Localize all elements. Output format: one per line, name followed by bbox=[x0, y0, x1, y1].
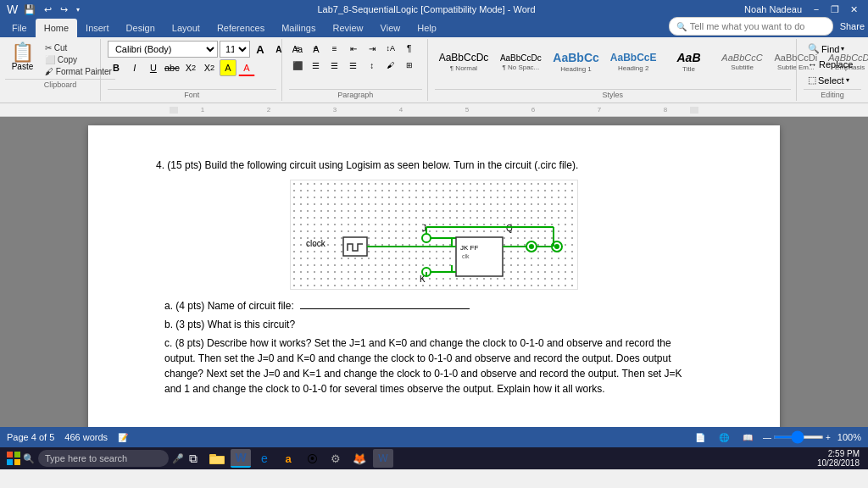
word-doc-taskbar-icon[interactable]: W bbox=[373, 449, 393, 468]
line-spacing-button[interactable]: ↕ bbox=[364, 58, 381, 73]
tab-file[interactable]: File bbox=[3, 19, 36, 37]
search-input[interactable] bbox=[38, 450, 169, 467]
qa-undo-icon[interactable]: ↩ bbox=[42, 3, 54, 16]
strikethrough-button[interactable]: abc bbox=[164, 59, 181, 76]
tab-help[interactable]: Help bbox=[409, 19, 445, 37]
chrome-taskbar-icon[interactable]: ⦿ bbox=[302, 449, 322, 468]
font-name-select[interactable]: Calibri (Body) bbox=[108, 41, 218, 58]
style-subtitle[interactable]: AaBbCcC Subtitle bbox=[717, 41, 768, 83]
underline-button[interactable]: U bbox=[145, 59, 162, 76]
decrease-indent-button[interactable]: ⇤ bbox=[345, 41, 362, 56]
sort-button[interactable]: ↕A bbox=[382, 41, 399, 56]
numbering-button[interactable]: ≡ bbox=[308, 41, 325, 56]
edge-taskbar-icon[interactable]: e bbox=[254, 449, 275, 468]
view-read-icon[interactable]: 📖 bbox=[739, 431, 756, 444]
minimize-button[interactable]: − bbox=[809, 3, 824, 16]
sub-item-b: b. (3 pts) What is this circuit? bbox=[164, 317, 712, 332]
firefox-taskbar-icon[interactable]: 🦊 bbox=[349, 449, 370, 468]
tab-references[interactable]: References bbox=[209, 19, 273, 37]
svg-text:clk: clk bbox=[462, 253, 470, 259]
tab-insert[interactable]: Insert bbox=[77, 19, 118, 37]
status-bar: Page 4 of 5 466 words 📝 📄 🌐 📖 — + 100% bbox=[0, 427, 868, 447]
svg-text:clock: clock bbox=[306, 239, 326, 248]
sub-item-c: c. (8 pts) Describe how it works? Set th… bbox=[164, 336, 690, 396]
style-heading2[interactable]: AaBbCcE Heading 2 bbox=[606, 41, 661, 83]
show-marks-button[interactable]: ¶ bbox=[401, 41, 418, 56]
qa-customize-icon[interactable]: ▾ bbox=[74, 5, 82, 14]
multilevel-button[interactable]: ≡ bbox=[326, 41, 343, 56]
word-taskbar-icon[interactable]: W bbox=[231, 449, 251, 468]
highlight-button[interactable]: A bbox=[220, 59, 236, 76]
bullets-button[interactable]: ≡ bbox=[289, 41, 306, 56]
italic-button[interactable]: I bbox=[126, 59, 143, 76]
increase-indent-button[interactable]: ⇥ bbox=[364, 41, 381, 56]
tab-layout[interactable]: Layout bbox=[164, 19, 209, 37]
font-label: Font bbox=[108, 89, 276, 99]
superscript-button[interactable]: X2 bbox=[201, 59, 218, 76]
restore-button[interactable]: ❐ bbox=[827, 3, 843, 16]
zoom-range[interactable] bbox=[773, 435, 824, 439]
sub-text-b: (3 pts) What is this circuit? bbox=[175, 319, 295, 330]
ribbon-tab-bar: File Home Insert Design Layout Reference… bbox=[0, 19, 868, 37]
sub-label-c: c. bbox=[164, 337, 172, 349]
amazon-taskbar-icon[interactable]: a bbox=[278, 449, 298, 468]
paste-button[interactable]: 📋 Paste bbox=[5, 41, 40, 74]
align-center-button[interactable]: ☰ bbox=[308, 58, 325, 73]
editing-group: 🔍 Find ▾ ↔ Replace ⬚ Select ▾ Editing bbox=[798, 39, 866, 101]
view-web-icon[interactable]: 🌐 bbox=[715, 431, 732, 444]
select-icon: ⬚ bbox=[808, 75, 816, 86]
file-explorer-icon[interactable] bbox=[207, 449, 227, 468]
zoom-slider[interactable]: — + bbox=[763, 433, 831, 442]
sub-item-a: a. (4 pts) Name of circuit file: bbox=[164, 298, 712, 313]
question-4: 4. (15 pts) Build the following circuit … bbox=[156, 159, 712, 171]
bold-button[interactable]: B bbox=[108, 59, 125, 76]
share-button[interactable]: Share bbox=[840, 21, 865, 31]
editing-label: Editing bbox=[804, 89, 861, 99]
view-print-icon[interactable]: 📄 bbox=[692, 431, 709, 444]
svg-text:Q: Q bbox=[506, 224, 513, 233]
status-right: 📄 🌐 📖 — + 100% bbox=[692, 431, 861, 444]
track-changes-icon[interactable]: 📝 bbox=[118, 433, 128, 442]
font-size-select[interactable]: 11 bbox=[220, 41, 250, 58]
qa-redo-icon[interactable]: ↪ bbox=[58, 3, 70, 16]
select-button[interactable]: ⬚ Select ▾ bbox=[804, 72, 854, 88]
tab-home[interactable]: Home bbox=[36, 19, 77, 37]
tab-design[interactable]: Design bbox=[118, 19, 164, 37]
svg-rect-28 bbox=[14, 452, 20, 458]
close-button[interactable]: ✕ bbox=[846, 3, 861, 16]
start-button[interactable] bbox=[3, 449, 24, 468]
style-normal[interactable]: AaBbCcDc ¶ Normal bbox=[435, 41, 493, 83]
justify-button[interactable]: ☰ bbox=[345, 58, 362, 73]
grow-font-button[interactable]: A bbox=[252, 41, 269, 58]
tab-mailings[interactable]: Mailings bbox=[273, 19, 324, 37]
search-taskbar-area[interactable]: 🔍 🎤 bbox=[27, 449, 180, 468]
settings-taskbar-icon[interactable]: ⚙ bbox=[326, 449, 346, 468]
question-number: 4. bbox=[156, 159, 164, 171]
find-button[interactable]: 🔍 Find ▾ bbox=[804, 41, 849, 57]
user-name: Noah Nadeau bbox=[744, 4, 802, 14]
align-left-button[interactable]: ⬛ bbox=[289, 58, 306, 73]
qa-save-icon[interactable]: 💾 bbox=[21, 3, 38, 16]
plus-icon[interactable]: + bbox=[826, 433, 831, 442]
style-nospace[interactable]: AaBbCcDc ¶ No Spac... bbox=[495, 41, 546, 83]
task-view-icon[interactable]: ⧉ bbox=[183, 449, 203, 468]
svg-rect-27 bbox=[7, 452, 13, 458]
svg-rect-30 bbox=[14, 459, 20, 465]
mic-icon[interactable]: 🎤 bbox=[172, 453, 184, 464]
replace-button[interactable]: ↔ Replace bbox=[804, 57, 857, 72]
font-color-button[interactable]: A bbox=[238, 59, 255, 76]
clipboard-group: 📋 Paste ✂ Cut ⬜ Copy 🖌 Format Painter Cl… bbox=[2, 39, 101, 101]
tell-me-input[interactable] bbox=[690, 21, 826, 31]
zoom-level[interactable]: 100% bbox=[837, 432, 861, 442]
tab-review[interactable]: Review bbox=[325, 19, 372, 37]
shading-button[interactable]: 🖌 bbox=[382, 58, 399, 73]
style-title[interactable]: AaB Title bbox=[664, 41, 715, 83]
style-heading1[interactable]: AaBbCc Heading 1 bbox=[548, 41, 603, 83]
subscript-button[interactable]: X2 bbox=[182, 59, 199, 76]
paragraph-group: ≡ ≡ ≡ ⇤ ⇥ ↕A ¶ ⬛ ☰ ☰ ☰ ↕ 🖌 ⊞ Paragraph bbox=[284, 39, 428, 101]
align-right-button[interactable]: ☰ bbox=[326, 58, 343, 73]
tab-view[interactable]: View bbox=[372, 19, 409, 37]
paste-label: Paste bbox=[12, 62, 34, 71]
taskbar-date: 10/28/2018 bbox=[817, 458, 860, 468]
borders-button[interactable]: ⊞ bbox=[401, 58, 418, 73]
